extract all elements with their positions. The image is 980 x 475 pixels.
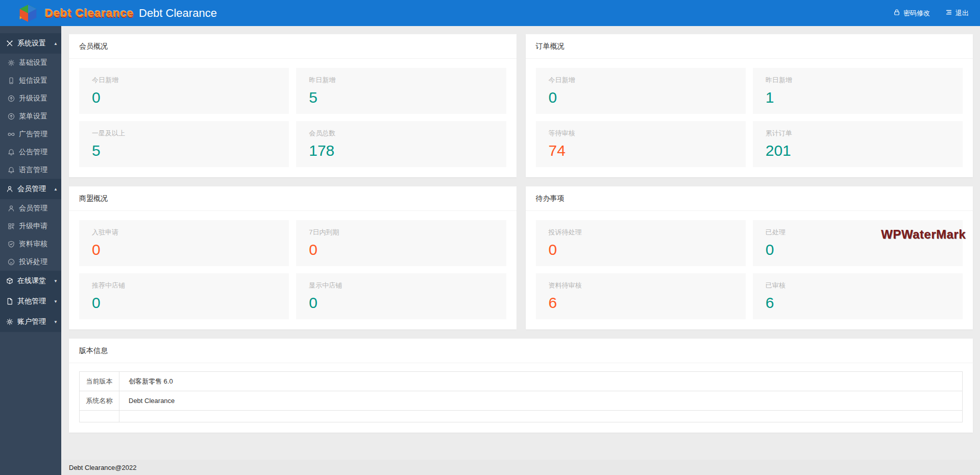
stat-value: 5 — [92, 142, 276, 159]
logo-text: Debt Clearance — [45, 7, 134, 20]
sidebar-section-account-management[interactable]: 账户管理 ▼ — [0, 312, 61, 332]
sidebar-item-label: 升级申请 — [19, 222, 47, 231]
grid-icon — [8, 223, 15, 230]
sidebar-item-basic-settings[interactable]: 基础设置 — [0, 54, 61, 72]
stat-tile: 显示中店铺 0 — [296, 273, 506, 319]
version-table-wrapper: 当前版本 创客新零售 6.0 系统名称 Debt Clearance — [69, 363, 973, 433]
sidebar-item-announcement-management[interactable]: 公告管理 — [0, 143, 61, 161]
caret-up-icon: ▲ — [54, 41, 58, 46]
caret-up-icon: ▲ — [54, 187, 58, 192]
stat-label: 显示中店铺 — [309, 281, 493, 290]
sidebar-section-member-management[interactable]: 会员管理 ▲ — [0, 179, 61, 199]
gear-icon — [6, 318, 13, 325]
sidebar-item-label: 基础设置 — [19, 58, 47, 67]
stat-label: 昨日新增 — [766, 76, 950, 85]
caret-down-icon: ▼ — [54, 299, 58, 304]
sidebar-item-member-management[interactable]: 会员管理 — [0, 199, 61, 217]
stat-label: 推荐中店铺 — [92, 281, 276, 290]
version-row-label — [80, 411, 119, 422]
stat-tile: 投诉待处理 0 — [536, 220, 746, 266]
stat-tile: 7日内到期 0 — [296, 220, 506, 266]
sidebar: 系统设置 ▲ 基础设置 短信设置 升级设置 菜单设置 广告管理 — [0, 26, 61, 475]
version-row-label: 当前版本 — [80, 372, 119, 391]
stat-value: 0 — [309, 294, 493, 311]
stat-value: 6 — [766, 294, 950, 311]
logout-icon — [945, 9, 952, 17]
sidebar-item-upgrade-settings[interactable]: 升级设置 — [0, 89, 61, 107]
sidebar-section-other-management[interactable]: 其他管理 ▼ — [0, 291, 61, 312]
sidebar-item-language-management[interactable]: 语言管理 — [0, 161, 61, 179]
sidebar-item-ad-management[interactable]: 广告管理 — [0, 125, 61, 143]
stat-value: 74 — [549, 142, 733, 159]
stat-label: 一星及以上 — [92, 129, 276, 138]
overview-cards-row-1: 会员概况 今日新增 0 昨日新增 5 一星及以上 5 会员总 — [69, 34, 973, 177]
card-title: 订单概况 — [526, 34, 973, 59]
sidebar-section-system-settings[interactable]: 系统设置 ▲ — [0, 33, 61, 54]
cube-icon — [6, 277, 13, 284]
stat-label: 资料待审核 — [549, 281, 733, 290]
table-row: 当前版本 创客新零售 6.0 — [80, 372, 963, 391]
table-row — [80, 411, 963, 422]
stat-label: 已审核 — [766, 281, 950, 290]
stat-value: 1 — [766, 89, 950, 106]
stat-value: 0 — [309, 241, 493, 258]
sidebar-item-menu-settings[interactable]: 菜单设置 — [0, 107, 61, 125]
stat-value: 0 — [92, 241, 276, 258]
table-row: 系统名称 Debt Clearance — [80, 391, 963, 411]
version-row-value — [119, 411, 963, 422]
sidebar-item-sms-settings[interactable]: 短信设置 — [0, 72, 61, 89]
sidebar-item-label: 公告管理 — [19, 148, 47, 157]
frown-icon — [8, 258, 15, 266]
card-title: 会员概况 — [69, 34, 517, 59]
stat-label: 入驻申请 — [92, 228, 276, 237]
sidebar-menu: 系统设置 ▲ 基础设置 短信设置 升级设置 菜单设置 广告管理 — [0, 26, 61, 332]
logo-area[interactable]: Debt Clearance — [0, 4, 139, 23]
version-row-value: Debt Clearance — [119, 391, 963, 411]
file-icon — [6, 298, 13, 305]
stat-tile: 今日新增 0 — [79, 68, 289, 114]
sidebar-section-online-classroom[interactable]: 在线课堂 ▼ — [0, 271, 61, 291]
main-content: 会员概况 今日新增 0 昨日新增 5 一星及以上 5 会员总 — [61, 26, 980, 460]
sidebar-section-label: 会员管理 — [17, 184, 46, 194]
sidebar-item-label: 菜单设置 — [19, 112, 47, 121]
version-info-card: 版本信息 当前版本 创客新零售 6.0 系统名称 Debt Clearance — [69, 339, 973, 433]
order-overview-card: 订单概况 今日新增 0 昨日新增 1 等待审核 74 累计订 — [526, 34, 973, 177]
stat-tile: 等待审核 74 — [536, 121, 746, 167]
phone-icon — [8, 77, 15, 84]
stat-tile: 推荐中店铺 0 — [79, 273, 289, 319]
stat-tile: 昨日新增 1 — [753, 68, 963, 114]
sidebar-section-label: 系统设置 — [17, 39, 46, 48]
bell-icon — [8, 167, 15, 174]
tools-icon — [6, 40, 13, 47]
page-title: Debt Clearance — [139, 7, 217, 20]
sidebar-item-complaint-handling[interactable]: 投诉处理 — [0, 253, 61, 271]
stat-tile: 资料待审核 6 — [536, 273, 746, 319]
stat-tile: 已审核 6 — [753, 273, 963, 319]
stat-value: 5 — [309, 89, 493, 106]
sidebar-section-label: 在线课堂 — [17, 276, 46, 286]
stat-tile: 今日新增 0 — [536, 68, 746, 114]
stat-label: 7日内到期 — [309, 228, 493, 237]
stat-value: 178 — [309, 142, 493, 159]
sidebar-item-profile-review[interactable]: 资料审核 — [0, 235, 61, 253]
arrow-up-circle-icon — [8, 113, 15, 120]
sidebar-item-label: 升级设置 — [19, 94, 47, 103]
change-password-button[interactable]: 密码修改 — [893, 9, 930, 18]
lock-icon — [893, 9, 900, 17]
stat-value: 6 — [549, 294, 733, 311]
sidebar-section-label: 其他管理 — [17, 297, 46, 306]
stat-value: 201 — [766, 142, 950, 159]
sidebar-item-upgrade-application[interactable]: 升级申请 — [0, 217, 61, 235]
card-body: 今日新增 0 昨日新增 1 等待审核 74 累计订单 201 — [526, 59, 973, 177]
sidebar-item-label: 资料审核 — [19, 240, 47, 249]
logout-button[interactable]: 退出 — [945, 9, 969, 18]
stat-value: 0 — [549, 89, 733, 106]
footer-copyright: Debt Clearance@2022 — [69, 464, 136, 471]
stat-label: 今日新增 — [92, 76, 276, 85]
stat-label: 投诉待处理 — [549, 228, 733, 237]
sidebar-item-label: 投诉处理 — [19, 257, 47, 267]
change-password-label: 密码修改 — [903, 9, 930, 18]
sidebar-item-label: 会员管理 — [19, 204, 47, 213]
stat-tile: 入驻申请 0 — [79, 220, 289, 266]
sidebar-section-label: 账户管理 — [17, 317, 46, 326]
